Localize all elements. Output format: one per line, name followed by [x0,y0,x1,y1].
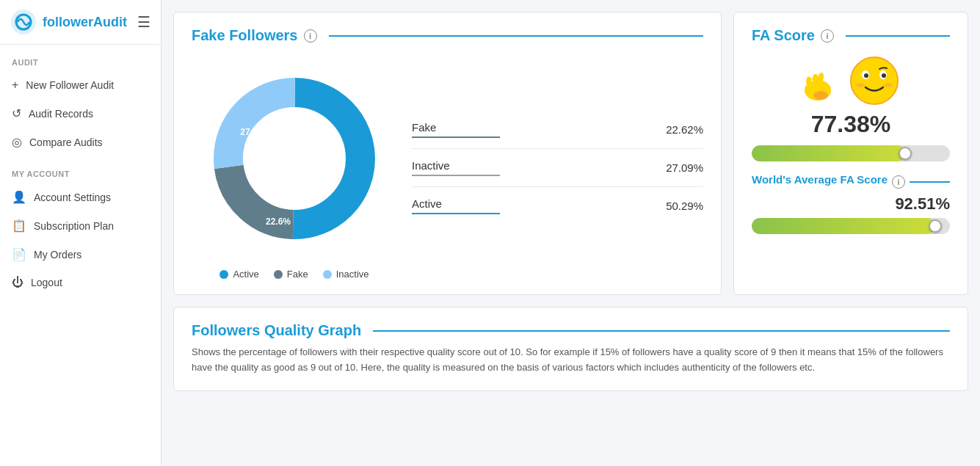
legend-dot-inactive [323,270,332,279]
legend-label-inactive: Inactive [336,269,369,280]
svg-point-9 [882,73,886,78]
stat-fake-label-wrap: Fake [412,121,500,138]
svg-point-10 [856,83,865,87]
world-avg-divider [910,181,950,183]
chart-legend: Active Fake Inactive [192,269,397,280]
stat-underline-active [412,213,500,214]
fa-score-card: FA Score i [733,12,968,295]
world-avg-title-row: World's Average FA Score i [752,173,950,190]
subscription-icon: 📋 [12,219,26,233]
fake-label: 22.6% [266,216,291,227]
svg-point-8 [864,73,868,78]
stat-row-active: Active 50.29% [412,187,703,225]
logout-icon: ⏻ [12,276,23,289]
sidebar-item-audit-records[interactable]: ↺ Audit Records [0,99,161,128]
top-row: Fake Followers i [173,12,968,295]
fqg-title: Followers Quality Graph [192,322,950,339]
stat-label-active: Active [412,197,442,210]
logo-text: followerAudit [43,15,127,30]
stat-row-fake: Fake 22.62% [412,111,703,149]
stat-underline-inactive [412,175,500,176]
plus-icon: + [12,79,18,92]
sidebar-label-logout: Logout [31,277,62,288]
orders-icon: 📄 [12,247,26,261]
sidebar-label-my-orders: My Orders [34,249,81,261]
stat-underline-fake [412,136,500,138]
fake-followers-info-icon[interactable]: i [304,29,317,43]
legend-dot-active [219,270,228,279]
fa-score-title: FA Score i [752,27,950,44]
logo-text-plain: follower [43,15,93,29]
donut-chart: 50.3 % 22.6% 27.1 % [192,56,397,261]
donut-chart-wrapper: 50.3 % 22.6% 27.1 % Active [192,56,397,280]
legend-active: Active [219,269,258,280]
world-avg-score-value: 92.51% [895,194,950,214]
fake-followers-title-divider [329,35,704,37]
legend-fake: Fake [274,269,308,280]
sidebar: followerAudit ☰ AUDIT + New Follower Aud… [0,0,161,466]
sidebar-header: followerAudit ☰ [0,0,161,45]
stats-table: Fake 22.62% Inactive 27.09% [412,111,703,225]
legend-dot-fake [274,270,283,279]
sidebar-section-my-account: MY ACCOUNT [0,156,161,183]
user-icon: 👤 [12,190,26,204]
world-avg-progress-bar [752,218,950,234]
world-avg-info-icon[interactable]: i [892,175,905,189]
svg-point-3 [813,91,828,100]
sidebar-label-new-follower-audit: New Follower Audit [26,79,114,91]
fa-score-value: 77.38% [811,111,891,138]
stat-value-fake: 22.62% [666,123,703,136]
fa-score-knob [899,147,912,160]
sidebar-item-subscription-plan[interactable]: 📋 Subscription Plan [0,211,161,240]
hamburger-icon[interactable]: ☰ [137,13,150,31]
sidebar-item-compare-audits[interactable]: ◎ Compare Audits [0,128,161,156]
sidebar-label-account-settings: Account Settings [34,192,111,203]
sidebar-item-new-follower-audit[interactable]: + New Follower Audit [0,71,161,99]
svg-point-11 [884,83,893,87]
emoji-container [802,53,900,108]
donut-svg: 50.3 % 22.6% 27.1 % [192,56,397,261]
fqg-description: Shows the percentage of followers with t… [192,345,950,376]
stat-label-inactive: Inactive [412,159,450,172]
fa-score-title-divider [846,35,950,37]
fa-score-body: 77.38% World's Average FA Score i 92.51% [752,45,950,246]
history-icon: ↺ [12,106,21,120]
world-avg-fill [752,218,935,234]
fqg-title-divider [373,330,950,332]
stat-value-active: 50.29% [666,200,703,212]
sidebar-label-subscription-plan: Subscription Plan [34,220,114,232]
sidebar-section-audit: AUDIT [0,45,161,71]
thinking-hand-svg [802,55,846,106]
sidebar-label-compare-audits: Compare Audits [29,136,103,148]
world-avg-knob [929,219,942,233]
active-label: 50.3 % [308,156,338,167]
fa-score-progress-bar [752,145,950,161]
fa-score-info-icon[interactable]: i [821,29,834,43]
sidebar-label-audit-records: Audit Records [29,108,93,120]
compare-icon: ◎ [12,135,22,149]
legend-label-active: Active [233,269,258,280]
fake-followers-body: 50.3 % 22.6% 27.1 % Active [192,56,703,280]
main-content: Fake Followers i [161,0,980,466]
fake-followers-title: Fake Followers i [192,27,703,44]
followers-quality-graph-card: Followers Quality Graph Shows the percen… [173,307,968,391]
sidebar-item-my-orders[interactable]: 📄 My Orders [0,240,161,269]
fa-score-fill [752,145,905,161]
inactive-label: 27.1 % [240,127,268,137]
sidebar-item-account-settings[interactable]: 👤 Account Settings [0,183,161,211]
sidebar-item-logout[interactable]: ⏻ Logout [0,269,161,296]
stat-value-inactive: 27.09% [666,161,703,174]
stat-row-inactive: Inactive 27.09% [412,149,703,187]
stat-label-fake: Fake [412,121,436,134]
stat-active-label-wrap: Active [412,197,500,214]
legend-label-fake: Fake [287,269,308,280]
world-avg-label: World's Average FA Score [752,173,888,186]
logo-icon [10,9,37,35]
fake-followers-card: Fake Followers i [173,12,722,295]
legend-inactive: Inactive [323,269,369,280]
smiley-face-svg [849,53,900,108]
stat-inactive-label-wrap: Inactive [412,159,500,176]
